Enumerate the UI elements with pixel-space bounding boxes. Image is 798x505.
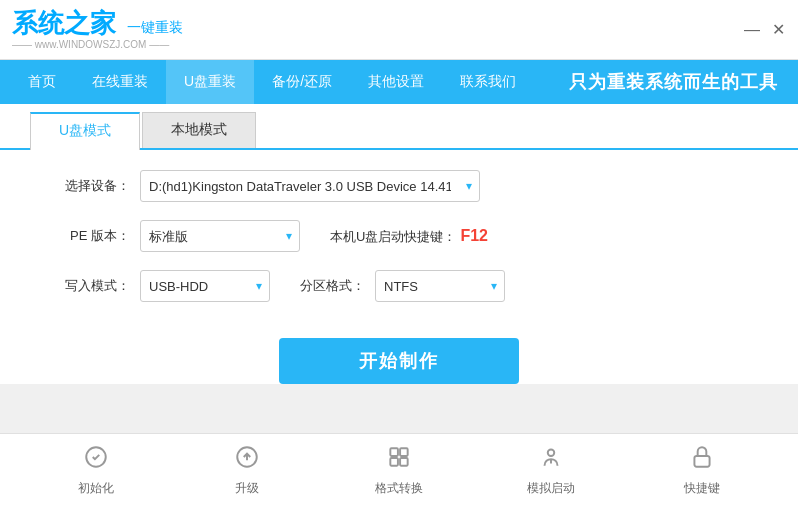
tool-shortcut-keys-label: 快捷键: [684, 480, 720, 497]
write-label: 写入模式：: [60, 277, 130, 295]
tabs: U盘模式 本地模式: [0, 104, 798, 150]
svg-rect-6: [400, 458, 408, 466]
tool-format-convert-label: 格式转换: [375, 480, 423, 497]
partition-label: 分区格式：: [300, 277, 365, 295]
nav-item-usb[interactable]: U盘重装: [166, 60, 254, 104]
tool-shortcut-keys[interactable]: 快捷键: [672, 444, 732, 497]
nav-item-settings[interactable]: 其他设置: [350, 60, 442, 104]
app-subtitle: 一键重装: [127, 19, 183, 35]
svg-rect-5: [390, 458, 398, 466]
pe-row: PE 版本： 标准版 本机U盘启动快捷键：F12: [60, 220, 738, 252]
shortcut-label: 本机U盘启动快捷键：F12: [330, 227, 488, 246]
start-btn-row: 开始制作: [0, 338, 798, 384]
pe-select-wrapper[interactable]: 标准版: [140, 220, 300, 252]
svg-point-7: [547, 449, 554, 456]
tool-initialize[interactable]: 初始化: [66, 444, 126, 497]
upload-icon: [234, 444, 260, 476]
svg-rect-4: [400, 448, 408, 456]
tab-usb-mode[interactable]: U盘模式: [30, 112, 140, 150]
window-controls: — ✕: [744, 22, 786, 38]
write-select[interactable]: USB-HDD: [140, 270, 270, 302]
nav-item-online[interactable]: 在线重装: [74, 60, 166, 104]
pe-select[interactable]: 标准版: [140, 220, 300, 252]
format-icon: [386, 444, 412, 476]
main-content: U盘模式 本地模式 选择设备： D:(hd1)Kingston DataTrav…: [0, 104, 798, 384]
user-boot-icon: [538, 444, 564, 476]
write-row: 写入模式： USB-HDD 分区格式： NTFS: [60, 270, 738, 302]
close-button[interactable]: ✕: [770, 22, 786, 38]
write-select-wrapper[interactable]: USB-HDD: [140, 270, 270, 302]
device-select[interactable]: D:(hd1)Kingston DataTraveler 3.0 USB Dev…: [140, 170, 480, 202]
app-logo: 系统之家 一键重装 —— www.WINDOWSZJ.COM ——: [12, 9, 183, 51]
nav-items: 首页 在线重装 U盘重装 备份/还原 其他设置 联系我们: [10, 60, 534, 104]
nav-bar: 首页 在线重装 U盘重装 备份/还原 其他设置 联系我们 只为重装系统而生的工具: [0, 60, 798, 104]
tool-upgrade[interactable]: 升级: [217, 444, 277, 497]
nav-item-home[interactable]: 首页: [10, 60, 74, 104]
nav-slogan: 只为重装系统而生的工具: [569, 70, 788, 94]
device-row: 选择设备： D:(hd1)Kingston DataTraveler 3.0 U…: [60, 170, 738, 202]
device-label: 选择设备：: [60, 177, 130, 195]
check-circle-icon: [83, 444, 109, 476]
lock-icon: [689, 444, 715, 476]
device-select-wrapper[interactable]: D:(hd1)Kingston DataTraveler 3.0 USB Dev…: [140, 170, 480, 202]
form-area: 选择设备： D:(hd1)Kingston DataTraveler 3.0 U…: [0, 150, 798, 330]
nav-item-contact[interactable]: 联系我们: [442, 60, 534, 104]
fs-select-wrapper[interactable]: NTFS: [375, 270, 505, 302]
tool-simulate-boot[interactable]: 模拟启动: [521, 444, 581, 497]
pe-label: PE 版本：: [60, 227, 130, 245]
tool-initialize-label: 初始化: [78, 480, 114, 497]
tool-simulate-boot-label: 模拟启动: [527, 480, 575, 497]
app-url: —— www.WINDOWSZJ.COM ——: [12, 39, 183, 50]
svg-rect-9: [695, 456, 710, 467]
title-bar: 系统之家 一键重装 —— www.WINDOWSZJ.COM —— — ✕: [0, 0, 798, 60]
tool-format-convert[interactable]: 格式转换: [369, 444, 429, 497]
minimize-button[interactable]: —: [744, 22, 760, 38]
svg-rect-3: [390, 448, 398, 456]
nav-item-backup[interactable]: 备份/还原: [254, 60, 350, 104]
fs-select[interactable]: NTFS: [375, 270, 505, 302]
bottom-toolbar: 初始化 升级 格式转换: [0, 433, 798, 505]
tool-upgrade-label: 升级: [235, 480, 259, 497]
shortcut-key: F12: [460, 227, 488, 244]
start-button[interactable]: 开始制作: [279, 338, 519, 384]
tab-local-mode[interactable]: 本地模式: [142, 112, 256, 148]
app-name: 系统之家: [12, 8, 116, 38]
